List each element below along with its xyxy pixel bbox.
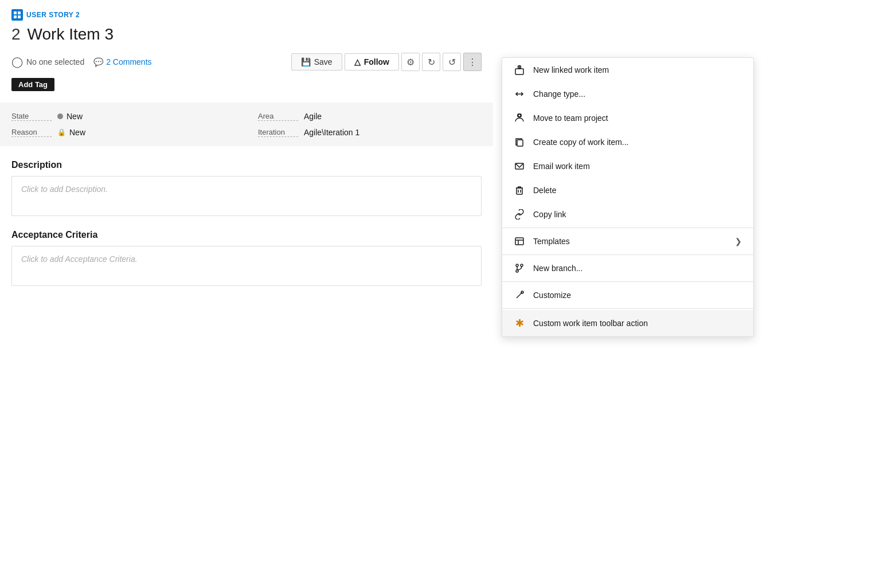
comments-count: 2 Comments [106, 57, 151, 66]
menu-label-change-type: Change type... [533, 89, 742, 99]
separator-1 [502, 228, 753, 228]
menu-item-email[interactable]: Email work item [502, 154, 753, 178]
iteration-field-row: Iteration Agile\Iteration 1 [258, 128, 482, 137]
follow-button[interactable]: △ Follow [345, 53, 399, 70]
save-button[interactable]: 💾 Save [291, 53, 342, 70]
iteration-label[interactable]: Iteration [258, 128, 298, 137]
svg-rect-1 [18, 11, 21, 14]
reason-label[interactable]: Reason [11, 128, 52, 137]
clipboard-icon [514, 65, 525, 75]
state-label[interactable]: State [11, 112, 52, 121]
menu-item-customize[interactable]: Customize [502, 283, 753, 307]
menu-label-move-team: Move to team project [533, 113, 742, 123]
lock-icon: 🔒 [57, 128, 66, 136]
follow-icon: △ [354, 57, 361, 66]
area-field-row: Area Agile [258, 112, 482, 121]
svg-rect-10 [517, 140, 523, 146]
state-field-row: State New [11, 112, 235, 121]
person-icon: ◯ [11, 56, 23, 68]
svg-rect-15 [515, 238, 523, 245]
svg-point-19 [521, 264, 523, 266]
reason-field-row: Reason 🔒 New [11, 128, 235, 137]
svg-rect-0 [14, 11, 17, 14]
area-label[interactable]: Area [258, 112, 298, 121]
iteration-value: Agile\Iteration 1 [304, 128, 359, 137]
breadcrumb-text: USER STORY 2 [26, 11, 80, 19]
menu-item-move-team[interactable]: Move to team project [502, 106, 753, 130]
more-icon: ⋮ [468, 57, 477, 68]
menu-label-copy: Create copy of work item... [533, 138, 742, 147]
svg-rect-2 [14, 15, 17, 18]
work-item-title: Work Item 3 [28, 25, 114, 44]
assignee-label: No one selected [26, 57, 84, 66]
menu-label-delete: Delete [533, 186, 742, 195]
undo-icon: ↺ [448, 57, 456, 68]
separator-2 [502, 254, 753, 255]
customize-icon [514, 290, 525, 300]
menu-item-custom-action[interactable]: ✱ Custom work item toolbar action [502, 310, 753, 336]
state-dot [57, 113, 63, 119]
menu-label-copy-link: Copy link [533, 210, 742, 219]
main-container: USER STORY 2 2 Work Item 3 ◯ No one sele… [0, 0, 876, 588]
reason-value: 🔒 New [57, 128, 85, 137]
templates-icon [514, 236, 525, 246]
toolbar-row: ◯ No one selected 💬 2 Comments 💾 Save △ … [11, 53, 482, 71]
star-icon: ✱ [514, 317, 525, 330]
work-item-id: 2 [11, 25, 21, 44]
change-type-icon [514, 89, 525, 99]
email-icon [514, 161, 525, 171]
area-value: Agile [304, 112, 322, 121]
gear-icon: ⚙ [406, 57, 414, 68]
menu-label-customize: Customize [533, 291, 742, 300]
fields-section: State New Area Agile Reason 🔒 New Iterat… [0, 103, 493, 146]
delete-icon [514, 185, 525, 195]
separator-3 [502, 281, 753, 282]
comment-icon: 💬 [93, 57, 103, 66]
context-menu: New linked work item Change type... Move… [502, 57, 754, 337]
separator-4 [502, 308, 753, 309]
state-value: New [57, 112, 83, 121]
assignee-section[interactable]: ◯ No one selected [11, 56, 84, 68]
menu-item-templates[interactable]: Templates ❯ [502, 229, 753, 253]
add-tag-button[interactable]: Add Tag [11, 78, 54, 91]
description-title: Description [11, 160, 482, 170]
menu-label-new-linked: New linked work item [533, 65, 742, 75]
chevron-right-icon: ❯ [735, 237, 742, 246]
comments-link[interactable]: 💬 2 Comments [93, 57, 151, 66]
menu-label-email: Email work item [533, 162, 742, 171]
acceptance-criteria-title: Acceptance Criteria [11, 230, 482, 240]
user-story-icon [11, 9, 23, 21]
menu-item-copy[interactable]: Create copy of work item... [502, 130, 753, 154]
left-panel: USER STORY 2 2 Work Item 3 ◯ No one sele… [0, 0, 493, 588]
acceptance-criteria-editor[interactable]: Click to add Acceptance Criteria. [11, 246, 482, 286]
move-icon [514, 113, 525, 123]
menu-item-new-linked[interactable]: New linked work item [502, 58, 753, 82]
link-icon [514, 209, 525, 219]
acceptance-criteria-section: Acceptance Criteria Click to add Accepta… [11, 230, 482, 286]
content-sections: Description Click to add Description. Ac… [11, 146, 482, 313]
menu-item-new-branch[interactable]: New branch... [502, 256, 753, 280]
svg-point-18 [516, 264, 518, 266]
copy-icon [514, 137, 525, 147]
menu-item-change-type[interactable]: Change type... [502, 82, 753, 106]
menu-label-custom-action: Custom work item toolbar action [533, 319, 742, 328]
svg-rect-5 [515, 69, 523, 75]
settings-button[interactable]: ⚙ [401, 53, 420, 71]
description-section: Description Click to add Description. [11, 160, 482, 216]
menu-item-copy-link[interactable]: Copy link [502, 202, 753, 226]
menu-label-new-branch: New branch... [533, 264, 742, 273]
refresh-icon: ↻ [428, 57, 435, 68]
toolbar-group: 💾 Save △ Follow ⚙ ↻ ↺ ⋮ [291, 53, 482, 71]
branch-icon [514, 263, 525, 273]
save-icon: 💾 [301, 57, 311, 66]
menu-item-delete[interactable]: Delete [502, 178, 753, 202]
title-row: 2 Work Item 3 [11, 25, 482, 44]
undo-button[interactable]: ↺ [443, 53, 461, 71]
more-button[interactable]: ⋮ [463, 53, 482, 71]
refresh-button[interactable]: ↻ [422, 53, 440, 71]
breadcrumb: USER STORY 2 [11, 9, 482, 21]
svg-rect-3 [18, 15, 21, 18]
menu-label-templates: Templates [533, 237, 727, 246]
svg-rect-12 [517, 188, 522, 194]
description-editor[interactable]: Click to add Description. [11, 176, 482, 216]
